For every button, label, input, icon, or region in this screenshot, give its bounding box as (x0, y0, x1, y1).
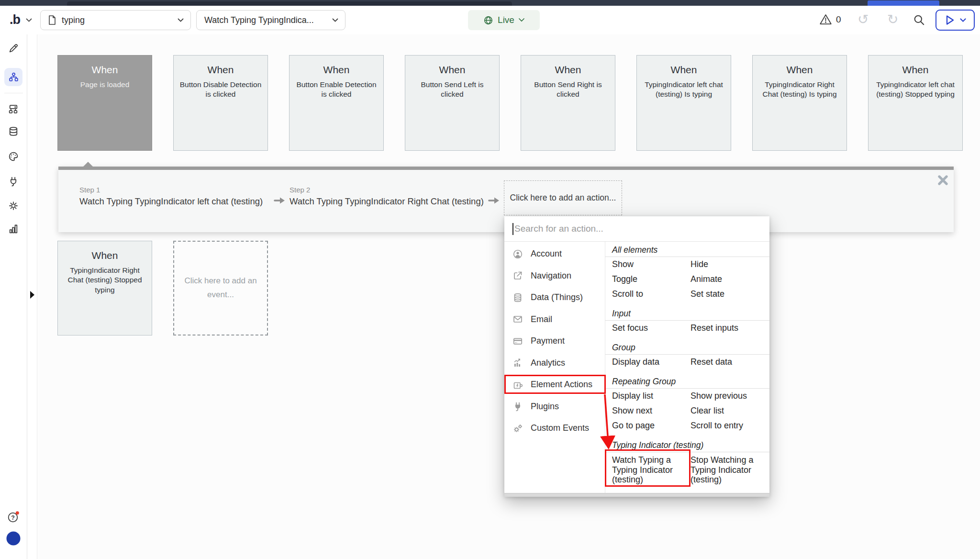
action-item[interactable]: Display data (612, 357, 690, 367)
category-email[interactable]: Email (504, 309, 605, 331)
category-data-things[interactable]: Data (Things) (504, 287, 605, 309)
sidebar-tab-reusable-elements[interactable] (8, 103, 20, 115)
category-analytics[interactable]: Analytics (504, 352, 605, 374)
chevron-down-icon (960, 18, 966, 22)
sidebar-tab-data[interactable] (8, 126, 20, 138)
panel-close-button[interactable] (938, 175, 948, 185)
workflow-selector-dropdown[interactable]: Watch Typing TypingIndica... (196, 10, 345, 30)
category-label: Email (531, 314, 552, 324)
action-search-input[interactable] (504, 216, 769, 241)
action-item[interactable]: Clear list (690, 406, 769, 416)
event-card[interactable]: When Button Send Left is clicked (405, 55, 500, 151)
event-card-body: TypingIndicator Right Chat (testing) Is … (753, 80, 846, 100)
event-card[interactable]: When Button Send Right is clicked (521, 55, 615, 151)
action-item[interactable]: Animate (690, 274, 769, 284)
step-label: Step 2 (290, 186, 484, 194)
action-item[interactable]: Toggle (612, 274, 690, 284)
event-card[interactable]: When Button Enable Detection is clicked (289, 55, 384, 151)
chevron-down-icon (332, 18, 338, 22)
event-card-title: When (290, 64, 383, 76)
event-card-body: Button Send Right is clicked (521, 80, 615, 100)
event-card[interactable]: When Button Disable Detection is clicked (173, 55, 268, 151)
redo-button[interactable]: ↻ (887, 11, 898, 28)
category-account[interactable]: Account (504, 243, 605, 265)
popup-scroll-strip[interactable] (504, 493, 769, 497)
action-item[interactable]: Set focus (612, 323, 690, 333)
bubble-logo[interactable]: .b (10, 12, 20, 27)
action-item[interactable]: Set state (690, 289, 769, 299)
category-label: Data (Things) (531, 292, 583, 302)
gear-icon (8, 200, 20, 212)
left-sidebar: ? (0, 34, 27, 559)
add-event-placeholder[interactable]: Click here to add an event... (173, 241, 268, 335)
user-icon (512, 249, 523, 259)
environment-badge[interactable]: Live (468, 10, 540, 30)
sidebar-tab-design[interactable] (8, 43, 20, 55)
step-1[interactable]: Step 1 Watch Typing TypingIndicator left… (79, 186, 263, 207)
workflow-sitemap-icon (8, 71, 20, 83)
action-category-column: Account Navigation Data (Things) Email P… (504, 242, 605, 493)
action-item[interactable]: Show next (612, 406, 690, 416)
help-button[interactable]: ? (6, 510, 21, 525)
action-item-watch-typing[interactable]: Watch Typing a Typing Indicator (testing… (612, 455, 688, 485)
action-item[interactable]: Show previous (690, 391, 769, 401)
action-search-row (504, 216, 769, 242)
issue-checker[interactable]: 0 (819, 13, 841, 25)
workflow-selector-value: Watch Typing TypingIndica... (204, 15, 314, 25)
logo-chevron-down-icon[interactable] (26, 18, 32, 22)
category-custom-events[interactable]: Custom Events (504, 417, 605, 439)
section-header: All elements (605, 244, 769, 257)
action-item[interactable]: Scroll to entry (690, 421, 769, 431)
step-2[interactable]: Step 2 Watch Typing TypingIndicator Righ… (290, 186, 484, 207)
action-item[interactable]: Reset data (690, 357, 769, 367)
event-card-title: When (521, 64, 615, 76)
category-payment[interactable]: Payment (504, 330, 605, 352)
action-item[interactable]: Scroll to (612, 289, 690, 299)
warning-triangle-icon (819, 13, 832, 25)
category-label: Payment (531, 336, 565, 346)
undo-button[interactable]: ↺ (858, 11, 869, 28)
event-card-body: Page is loaded (58, 80, 152, 89)
page-selector-dropdown[interactable]: typing (40, 10, 191, 30)
action-item[interactable]: Show (612, 259, 690, 269)
action-item[interactable]: Display list (612, 391, 690, 401)
event-card-body: TypingIndicator left chat (testing) Is t… (637, 80, 731, 100)
sidebar-tab-workflow[interactable] (4, 68, 22, 86)
event-card[interactable]: When TypingIndicator Right Chat (testing… (752, 55, 847, 151)
action-item[interactable]: Hide (690, 259, 769, 269)
preview-run-button[interactable] (935, 10, 975, 31)
sidebar-tab-logs[interactable] (8, 223, 20, 235)
event-card[interactable]: When TypingIndicator left chat (testing)… (636, 55, 731, 151)
sidebar-tab-settings[interactable] (8, 200, 20, 212)
action-item[interactable]: Reset inputs (690, 323, 769, 333)
category-label: Plugins (531, 402, 559, 412)
search-button[interactable] (913, 14, 925, 26)
action-item[interactable]: Go to page (612, 421, 690, 431)
event-card-page-loaded[interactable]: When Page is loaded (57, 55, 152, 151)
page-selector-value: typing (62, 15, 85, 25)
section-header: Group (605, 341, 769, 355)
category-label: Analytics (531, 358, 565, 368)
category-navigation[interactable]: Navigation (504, 265, 605, 287)
chart-icon (512, 358, 523, 368)
category-label: Navigation (531, 271, 571, 281)
category-element-actions[interactable]: Element Actions (504, 374, 605, 396)
category-plugins[interactable]: Plugins (504, 396, 605, 418)
browser-chrome-strip (0, 0, 980, 6)
event-card[interactable]: When TypingIndicator Right Chat (testing… (57, 241, 152, 335)
event-card[interactable]: When TypingIndicator left chat (testing)… (868, 55, 963, 151)
collapse-handle-icon[interactable] (30, 291, 34, 299)
event-card-body: TypingIndicator left chat (testing) Stop… (869, 80, 962, 100)
sidebar-tab-styles[interactable] (8, 151, 20, 163)
sidebar-divider (4, 93, 23, 93)
event-card-title: When (174, 64, 267, 76)
chevron-down-icon (519, 18, 524, 22)
user-avatar[interactable] (7, 532, 21, 546)
action-item-stop-watching[interactable]: Stop Watching a Typing Indicator (testin… (690, 455, 766, 485)
share-icon (512, 270, 523, 281)
sidebar-tab-plugins[interactable] (8, 176, 20, 188)
envelope-icon (512, 314, 523, 324)
add-action-placeholder[interactable]: Click here to add an action... (504, 180, 622, 215)
sidebar-gutter (27, 34, 37, 559)
step-label: Step 1 (79, 186, 263, 194)
